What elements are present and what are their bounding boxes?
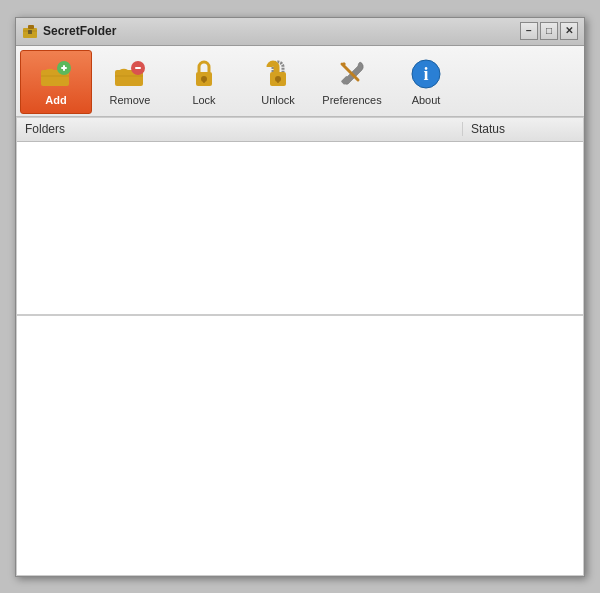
window-title: SecretFolder — [43, 24, 520, 38]
toolbar: Add Remove — [16, 46, 584, 117]
table-body-lower — [17, 316, 583, 575]
svg-rect-6 — [63, 65, 65, 71]
preferences-button[interactable]: Preferences — [316, 50, 388, 114]
preferences-label: Preferences — [322, 94, 381, 106]
add-label: Add — [45, 94, 66, 106]
svg-rect-9 — [135, 67, 141, 69]
table-body-upper — [17, 142, 583, 315]
folders-column-header: Folders — [17, 122, 463, 136]
minimize-button[interactable]: − — [520, 22, 538, 40]
svg-rect-2 — [28, 30, 32, 34]
add-icon — [40, 58, 72, 90]
status-column-header: Status — [463, 122, 583, 136]
add-button[interactable]: Add — [20, 50, 92, 114]
unlock-icon — [262, 58, 294, 90]
preferences-icon — [336, 58, 368, 90]
app-window: SecretFolder − □ ✕ Add — [15, 17, 585, 577]
table-header: Folders Status — [17, 118, 583, 142]
about-label: About — [412, 94, 441, 106]
about-icon: i — [410, 58, 442, 90]
remove-label: Remove — [110, 94, 151, 106]
title-bar: SecretFolder − □ ✕ — [16, 18, 584, 46]
app-icon — [22, 23, 38, 39]
unlock-button[interactable]: Unlock — [242, 50, 314, 114]
remove-button[interactable]: Remove — [94, 50, 166, 114]
about-button[interactable]: i About — [390, 50, 462, 114]
svg-rect-15 — [277, 79, 279, 83]
unlock-label: Unlock — [261, 94, 295, 106]
svg-rect-1 — [28, 25, 34, 29]
content-area: Folders Status — [16, 117, 584, 576]
lock-button[interactable]: Lock — [168, 50, 240, 114]
svg-rect-12 — [203, 79, 205, 83]
close-button[interactable]: ✕ — [560, 22, 578, 40]
remove-icon — [114, 58, 146, 90]
svg-text:i: i — [423, 64, 428, 84]
lock-label: Lock — [192, 94, 215, 106]
lock-icon — [188, 58, 220, 90]
maximize-button[interactable]: □ — [540, 22, 558, 40]
window-controls: − □ ✕ — [520, 22, 578, 40]
